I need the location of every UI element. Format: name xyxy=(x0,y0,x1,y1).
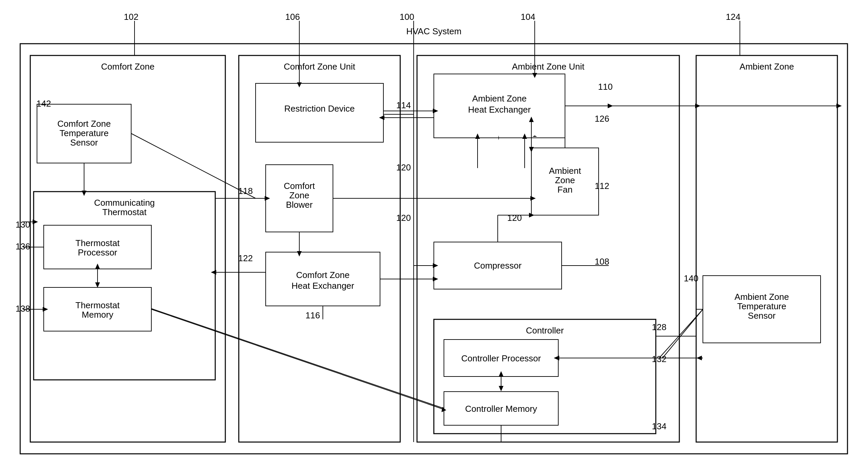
az-temp-sensor-label1: Ambient Zone xyxy=(735,292,789,302)
communicating-thermostat-box xyxy=(34,192,215,380)
blower-label3: Blower xyxy=(286,200,313,210)
fan-label2: Zone xyxy=(555,175,575,185)
ref-126: 126 xyxy=(595,114,609,124)
cz-heat-exchanger-label1: Comfort Zone xyxy=(296,270,350,280)
ref-114: 114 xyxy=(396,100,411,110)
ref-116: 116 xyxy=(305,310,320,320)
ref-134: 134 xyxy=(652,421,666,431)
ambient-zone-unit-label: Ambient Zone Unit xyxy=(512,62,585,72)
ref-138: 138 xyxy=(16,304,30,314)
ref-102: 102 xyxy=(124,12,138,22)
thermostat-processor-label2: Processor xyxy=(78,247,117,257)
ref-106: 106 xyxy=(285,12,300,22)
ref-128: 128 xyxy=(652,322,666,332)
comfort-zone-label: Comfort Zone xyxy=(101,62,155,72)
cz-heat-exchanger-label2: Heat Exchanger xyxy=(291,281,354,291)
ref-122: 122 xyxy=(238,253,253,263)
ref-112: 112 xyxy=(595,181,609,191)
cz-temp-sensor-label3: Sensor xyxy=(70,137,98,148)
controller-processor-label: Controller Processor xyxy=(461,353,541,363)
ref-120b: 120 xyxy=(396,213,411,223)
blower-label2: Zone xyxy=(289,190,309,200)
blower-label1: Comfort xyxy=(284,181,315,191)
hvac-title: HVAC System xyxy=(406,26,461,36)
comfort-zone-unit-label: Comfort Zone Unit xyxy=(284,62,355,72)
ref-136: 136 xyxy=(16,241,30,251)
compressor-label: Compressor xyxy=(474,260,522,271)
fan-label3: Fan xyxy=(558,185,573,195)
ambient-zone-box xyxy=(696,56,837,442)
ref-104: 104 xyxy=(521,12,535,22)
ref-100: 100 xyxy=(400,12,414,22)
communicating-thermostat-label2: Thermostat xyxy=(102,207,147,217)
fan-label1: Ambient xyxy=(549,166,581,176)
thermostat-processor-label1: Thermostat xyxy=(75,238,120,248)
ref-140: 140 xyxy=(684,273,698,283)
ref-124: 124 xyxy=(726,12,740,22)
az-temp-sensor-label2: Temperature xyxy=(737,301,786,311)
ref-118: 118 xyxy=(238,186,253,196)
cz-temp-sensor-label2: Temperature xyxy=(60,128,108,138)
communicating-thermostat-label1: Communicating xyxy=(94,198,155,208)
ref-120a: 120 xyxy=(396,162,411,172)
controller-memory-label: Controller Memory xyxy=(465,404,537,414)
ambient-heat-exchanger-label2: Heat Exchanger xyxy=(468,104,531,115)
restriction-device-label1: Restriction Device xyxy=(284,103,355,114)
ref-120c: 120 xyxy=(507,213,522,223)
cz-temp-sensor-label1: Comfort Zone xyxy=(58,119,111,129)
az-temp-sensor-label3: Sensor xyxy=(748,311,776,321)
controller-label: Controller xyxy=(526,325,564,336)
thermostat-memory-label2: Memory xyxy=(82,310,113,320)
thermostat-memory-label1: Thermostat xyxy=(75,300,120,310)
ref-142: 142 xyxy=(36,98,51,108)
ref-110: 110 xyxy=(598,82,612,92)
ambient-heat-exchanger-label1: Ambient Zone xyxy=(472,93,527,103)
ambient-zone-label: Ambient Zone xyxy=(740,62,794,72)
ref-108: 108 xyxy=(595,256,609,266)
diagram-container: HVAC System 102 106 100 104 124 Comfort … xyxy=(0,0,868,476)
ref-130: 130 xyxy=(16,220,30,230)
